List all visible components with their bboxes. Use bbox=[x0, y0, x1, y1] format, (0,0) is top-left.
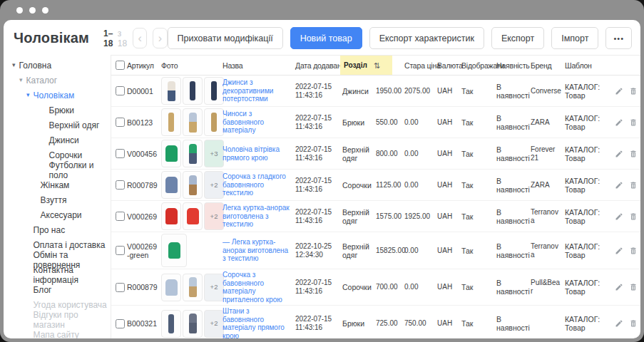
row-checkbox[interactable] bbox=[116, 180, 125, 190]
row-checkbox[interactable] bbox=[116, 283, 125, 292]
row-checkbox[interactable] bbox=[116, 149, 125, 158]
hide-modifications-button[interactable]: Приховати модифікації bbox=[168, 27, 283, 49]
edit-button[interactable] bbox=[615, 319, 623, 328]
prev-page-button[interactable]: ‹ bbox=[133, 28, 147, 48]
product-name-link[interactable]: Штани з бавовняного матеріалу прямого кр… bbox=[223, 307, 295, 338]
trash-icon bbox=[629, 181, 638, 190]
export-characteristics-button[interactable]: Експорт характеристик bbox=[369, 27, 484, 49]
edit-button[interactable] bbox=[615, 212, 623, 221]
new-product-button[interactable]: Новий товар bbox=[290, 27, 362, 49]
sidebar-item-outerwear[interactable]: ▾ Верхній одяг bbox=[11, 118, 111, 133]
trash-icon bbox=[629, 283, 638, 291]
edit-button[interactable] bbox=[615, 150, 623, 158]
delete-button[interactable] bbox=[629, 87, 638, 95]
product-photo bbox=[161, 202, 181, 230]
edit-button[interactable] bbox=[615, 247, 623, 255]
select-all-checkbox[interactable] bbox=[116, 61, 125, 70]
sku-cell: V000269 bbox=[127, 212, 161, 221]
sidebar-item-jeans[interactable]: ▾ Джинси bbox=[11, 133, 111, 147]
sidebar-item-accessories[interactable]: ▾ Аксесуари bbox=[11, 207, 111, 222]
product-name-link[interactable]: Джинси з декоративними потертостями bbox=[223, 78, 295, 103]
edit-button[interactable] bbox=[615, 181, 623, 190]
sidebar-item-reviews[interactable]: ▾ Відгуки про магазин bbox=[11, 312, 111, 327]
select-all-cell bbox=[116, 61, 127, 70]
column-header-brand[interactable]: Бренд bbox=[531, 61, 565, 70]
row-checkbox[interactable] bbox=[116, 212, 125, 221]
product-photo bbox=[161, 171, 181, 199]
garment-shape bbox=[189, 144, 197, 164]
sidebar-item-label: Аксесуари bbox=[41, 210, 82, 220]
edit-button[interactable] bbox=[615, 87, 623, 95]
row-actions bbox=[615, 150, 638, 158]
product-photo bbox=[204, 108, 224, 136]
column-header-sku[interactable]: Артикул bbox=[127, 61, 161, 70]
row-checkbox[interactable] bbox=[116, 118, 125, 127]
import-button[interactable]: Імпорт bbox=[551, 27, 598, 49]
template-cell: КАТАЛОГ: Товар bbox=[565, 83, 615, 100]
product-name-link[interactable]: Сорочка з бавовняного матеріалу притален… bbox=[223, 271, 295, 304]
currency-cell: UAH bbox=[437, 319, 461, 328]
edit-button[interactable] bbox=[615, 118, 623, 127]
delete-button[interactable] bbox=[629, 283, 638, 291]
more-photos-badge[interactable]: +2 bbox=[204, 274, 224, 301]
delete-button[interactable] bbox=[629, 319, 638, 328]
delete-button[interactable] bbox=[629, 247, 638, 255]
chevron-down-icon: ▾ bbox=[19, 76, 23, 83]
date-added-date: 2022-07-15 bbox=[295, 177, 339, 185]
more-photos-badge[interactable]: +2 bbox=[204, 310, 224, 338]
product-name-link[interactable]: Сорочка з гладкого бавовняного текстилю bbox=[223, 172, 295, 197]
more-photos-badge[interactable]: +2 bbox=[204, 171, 224, 199]
checkbox-cell bbox=[116, 86, 127, 95]
window-control-dot[interactable] bbox=[42, 7, 48, 14]
column-header-availability[interactable]: Наявність bbox=[496, 61, 531, 70]
column-header-date[interactable]: Дата додавання bbox=[295, 61, 342, 70]
sidebar-item-contacts[interactable]: ▾ Контактна інформація bbox=[11, 267, 111, 282]
window-control-dot[interactable] bbox=[16, 7, 23, 14]
product-name-link[interactable]: — Легка куртка-анорак виготовлена з текс… bbox=[223, 238, 295, 263]
garment-shape bbox=[168, 113, 174, 132]
next-page-button[interactable]: › bbox=[153, 28, 167, 48]
display-cell: Так bbox=[461, 181, 496, 190]
sidebar-item-catalog[interactable]: ▾ Каталог bbox=[11, 73, 111, 88]
sidebar-item-men[interactable]: ▾ Чоловікам bbox=[11, 88, 111, 103]
row-checkbox[interactable] bbox=[116, 246, 125, 255]
sidebar-item-label: Відгуки про магазин bbox=[34, 310, 111, 330]
delete-button[interactable] bbox=[629, 150, 638, 158]
column-header-template[interactable]: Шаблон bbox=[565, 61, 615, 70]
delete-button[interactable] bbox=[629, 181, 638, 190]
more-photos-badge[interactable]: +2 bbox=[204, 202, 224, 230]
more-photos-badge[interactable]: +3 bbox=[204, 140, 224, 167]
edit-button[interactable] bbox=[615, 283, 623, 291]
more-actions-button[interactable]: ••• bbox=[605, 27, 632, 49]
column-header-name[interactable]: Назва bbox=[223, 61, 295, 70]
column-header-display[interactable]: Відображати bbox=[461, 61, 496, 70]
sidebar-item-trousers[interactable]: ▾ Брюки bbox=[11, 103, 111, 118]
row-checkbox[interactable] bbox=[116, 319, 125, 328]
template-cell: КАТАЛОГ: Товар bbox=[565, 145, 615, 162]
photos-cell: +2 bbox=[161, 310, 223, 338]
sidebar-item-footwear[interactable]: ▾ Взуття bbox=[11, 192, 111, 207]
export-button[interactable]: Експорт bbox=[491, 27, 544, 49]
sidebar-item-home[interactable]: ▾ Головна bbox=[11, 58, 111, 73]
header-actions: Приховати модифікаціїНовий товарЕкспорт … bbox=[168, 27, 632, 49]
sidebar-item-label: Брюки bbox=[49, 105, 75, 115]
sidebar-item-label: Про нас bbox=[34, 225, 66, 235]
sort-icon[interactable]: ⇅ bbox=[374, 61, 380, 70]
date-added-date: 2022-07-15 bbox=[295, 279, 339, 287]
column-header-photo[interactable]: Фото bbox=[161, 61, 223, 70]
sidebar-item-about[interactable]: ▾ Про нас bbox=[11, 222, 111, 237]
table-header-row: Артикул Фото Назва Дата додавання Розділ… bbox=[111, 56, 640, 76]
row-checkbox[interactable] bbox=[116, 86, 125, 95]
sidebar-item-tshirts-polo[interactable]: ▾ Футболки и поло bbox=[11, 162, 111, 177]
product-name-link[interactable]: Чоловіча вітрівка прямого крою bbox=[223, 145, 295, 162]
date-added-time: 11:43:16 bbox=[295, 123, 339, 131]
product-name-link[interactable]: Легка куртка-анорак виготовлена з тексти… bbox=[223, 204, 295, 229]
column-header-old-price[interactable]: Стара ціна bbox=[404, 61, 437, 70]
column-header-section[interactable]: Розділ ⇅ bbox=[342, 56, 376, 75]
column-header-currency[interactable]: Валюта bbox=[437, 61, 461, 70]
delete-button[interactable] bbox=[629, 212, 638, 221]
delete-button[interactable] bbox=[629, 118, 638, 127]
product-name-link[interactable]: Чиноси з бавовняного матеріалу bbox=[223, 110, 295, 135]
Чоловіча вітрівка прямого крою: V000456 +3 Чоловіча вітрівка прямого кро… bbox=[111, 138, 640, 170]
window-control-dot[interactable] bbox=[29, 7, 36, 14]
